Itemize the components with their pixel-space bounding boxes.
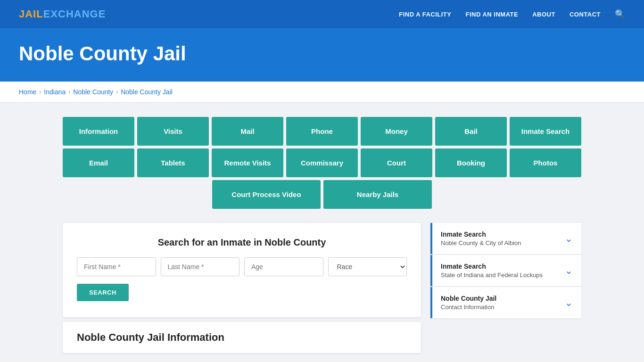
logo-exchange: EXCHANGE — [43, 8, 106, 20]
breadcrumb-current: Noble County Jail — [121, 88, 173, 96]
tiles-row-2: Email Tablets Remote Visits Commissary C… — [63, 148, 581, 177]
tile-photos[interactable]: Photos — [510, 148, 581, 177]
sidebar-item-title-3: Noble County Jail — [441, 295, 496, 302]
info-heading-panel: Noble County Jail Information — [63, 322, 421, 353]
last-name-input[interactable] — [161, 257, 240, 276]
tile-bail[interactable]: Bail — [435, 117, 507, 146]
chevron-down-icon-2: ⌄ — [565, 265, 573, 276]
chevron-down-icon-3: ⌄ — [565, 297, 573, 308]
sidebar-item-subtitle-2: State of Indiana and Federal Lockups — [441, 272, 543, 279]
breadcrumb-sep-3: › — [116, 89, 118, 95]
tile-phone[interactable]: Phone — [286, 117, 358, 146]
sidebar-item-subtitle-1: Noble County & City of Albion — [441, 239, 521, 247]
site-logo[interactable]: JAILEXCHANGE — [19, 8, 106, 20]
nav-contact[interactable]: CONTACT — [570, 11, 601, 18]
logo-jail: JAIL — [19, 8, 43, 20]
tile-booking[interactable]: Booking — [435, 148, 507, 177]
tile-visits[interactable]: Visits — [137, 117, 209, 146]
breadcrumb-sep-2: › — [68, 89, 70, 95]
chevron-down-icon-1: ⌄ — [565, 233, 573, 244]
breadcrumb-home[interactable]: Home — [19, 88, 36, 96]
header: JAILEXCHANGE FIND A FACILITY FIND AN INM… — [0, 0, 644, 28]
search-panel: Search for an Inmate in Noble County Rac… — [63, 223, 421, 317]
tile-court-process-video[interactable]: Court Process Video — [212, 180, 321, 209]
breadcrumb: Home › Indiana › Noble County › Noble Co… — [19, 88, 625, 96]
sidebar-item-contact-info[interactable]: Noble County Jail Contact Information ⌄ — [430, 287, 581, 318]
age-input[interactable] — [244, 257, 323, 276]
tile-court[interactable]: Court — [361, 148, 432, 177]
header-search-button[interactable]: 🔍 — [615, 9, 625, 19]
breadcrumb-indiana[interactable]: Indiana — [44, 88, 66, 96]
tile-tablets[interactable]: Tablets — [137, 148, 209, 177]
search-form-row: Race White Black Hispanic Asian Other — [77, 257, 407, 276]
tile-remote-visits[interactable]: Remote Visits — [212, 148, 283, 177]
tile-information[interactable]: Information — [63, 117, 134, 146]
search-heading: Search for an Inmate in Noble County — [77, 237, 407, 248]
sidebar-item-noble-county-albion[interactable]: Inmate Search Noble County & City of Alb… — [430, 223, 581, 254]
tiles-section: Information Visits Mail Phone Money Bail… — [63, 117, 581, 209]
sidebar-item-text-2: Inmate Search State of Indiana and Feder… — [441, 263, 543, 279]
nav-find-inmate[interactable]: FIND AN INMATE — [465, 11, 518, 18]
breadcrumb-noble-county[interactable]: Noble County — [73, 88, 113, 96]
nav-about[interactable]: ABOUT — [532, 11, 555, 18]
breadcrumb-bar: Home › Indiana › Noble County › Noble Co… — [0, 82, 644, 103]
main-content: Information Visits Mail Phone Money Bail… — [0, 103, 644, 362]
hero-banner: Noble County Jail — [0, 28, 644, 82]
sidebar-item-subtitle-3: Contact Information — [441, 304, 496, 311]
main-nav: FIND A FACILITY FIND AN INMATE ABOUT CON… — [399, 9, 625, 19]
race-select[interactable]: Race White Black Hispanic Asian Other — [328, 257, 407, 276]
tile-mail[interactable]: Mail — [212, 117, 283, 146]
tile-inmate-search[interactable]: Inmate Search — [510, 117, 581, 146]
sidebar-item-indiana-federal[interactable]: Inmate Search State of Indiana and Feder… — [430, 255, 581, 286]
tile-commissary[interactable]: Commissary — [286, 148, 358, 177]
tiles-row-1: Information Visits Mail Phone Money Bail… — [63, 117, 581, 146]
bottom-section: Search for an Inmate in Noble County Rac… — [63, 223, 581, 353]
left-panel: Search for an Inmate in Noble County Rac… — [63, 223, 421, 353]
sidebar-item-title-2: Inmate Search — [441, 263, 543, 270]
sidebar-item-text-1: Inmate Search Noble County & City of Alb… — [441, 230, 521, 247]
info-section-heading: Noble County Jail Information — [77, 331, 407, 344]
search-button[interactable]: SEARCH — [77, 284, 129, 301]
nav-find-facility[interactable]: FIND A FACILITY — [399, 11, 451, 18]
tiles-row-3: Court Process Video Nearby Jails — [63, 180, 581, 209]
first-name-input[interactable] — [77, 257, 156, 276]
breadcrumb-sep-1: › — [39, 89, 41, 95]
sidebar: Inmate Search Noble County & City of Alb… — [430, 223, 581, 319]
sidebar-item-title-1: Inmate Search — [441, 230, 521, 238]
tile-nearby-jails[interactable]: Nearby Jails — [323, 180, 432, 209]
page-title: Noble County Jail — [19, 42, 625, 65]
sidebar-item-text-3: Noble County Jail Contact Information — [441, 295, 496, 311]
tile-money[interactable]: Money — [361, 117, 432, 146]
tile-email[interactable]: Email — [63, 148, 134, 177]
